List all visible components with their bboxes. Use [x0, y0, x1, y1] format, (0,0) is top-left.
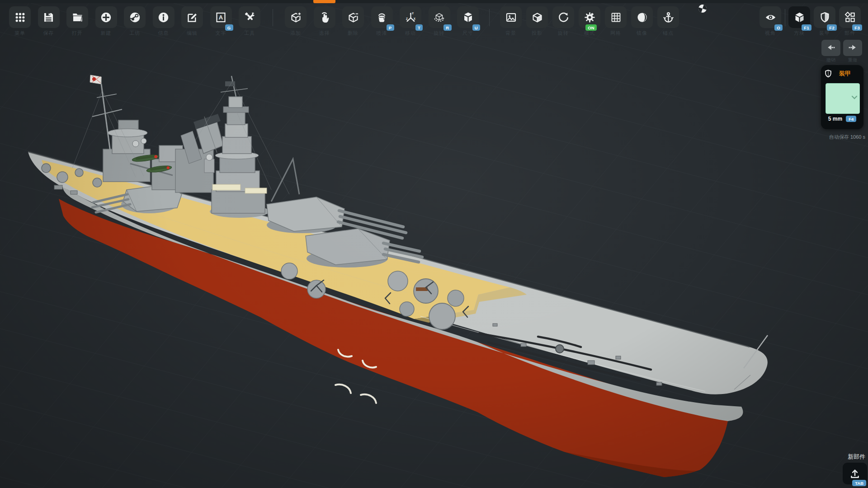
visibility-button[interactable]: O 视角 [760, 6, 781, 28]
save-button[interactable]: 保存 [38, 6, 60, 28]
projection-button[interactable]: 投影 [526, 6, 548, 28]
move-axes-icon: YZX [405, 11, 417, 23]
scale-cube-icon [462, 11, 474, 23]
paint-tool-button[interactable]: P 喷漆 [371, 6, 393, 28]
toolbar-divider [489, 9, 490, 26]
rotate-view-icon [557, 11, 570, 23]
armor-mode-button[interactable]: F2 装甲 [814, 6, 835, 28]
select-tool-button[interactable]: 选择 [314, 6, 335, 28]
add-block-button[interactable]: 添加 [285, 6, 307, 28]
on-badge: ON [585, 24, 597, 31]
mode-button[interactable]: ON 模式 [579, 6, 600, 28]
tab-badge: TAB [852, 480, 866, 486]
upload-arrow-icon [849, 468, 861, 479]
armor-thickness-value: 5 mm [828, 116, 842, 122]
app-window: 菜单 保存 打开 新建 工坊 信息 [0, 0, 868, 488]
mirror-icon [636, 11, 648, 23]
plus-circle-icon [100, 11, 112, 23]
toolbar-divider [273, 9, 273, 26]
new-button[interactable]: 新建 [95, 6, 117, 28]
chevron-down-icon [851, 95, 858, 100]
background-image-icon [505, 11, 517, 23]
naval-flag [90, 75, 101, 84]
background-button[interactable]: 背景 [500, 6, 522, 28]
move-tool-button[interactable]: YZX T 移动 [400, 6, 421, 28]
eye-icon [764, 11, 777, 23]
redo-arrow-icon [848, 43, 858, 53]
rename-button[interactable]: 编辑 [181, 6, 203, 28]
remove-block-button[interactable]: 删除 [342, 6, 364, 28]
tools-icon [244, 11, 256, 23]
shortcut-badge: F4 [846, 116, 856, 122]
info-button[interactable]: 信息 [153, 6, 175, 28]
grid-icon [610, 11, 622, 23]
undo-arrow-icon [826, 43, 836, 53]
scale-tool-button[interactable]: U 尺寸 [457, 6, 479, 28]
grid-toggle-button[interactable]: 网格 [605, 6, 627, 28]
rotate-tool-button[interactable]: R 旋转 [429, 6, 450, 28]
block-mode-button[interactable]: F1 方块 [788, 6, 810, 28]
anchor-icon [662, 11, 675, 23]
blocks-icon [844, 11, 856, 23]
svg-text:X: X [413, 17, 415, 20]
steam-icon [129, 11, 141, 23]
anchor-button[interactable]: 锚点 [657, 6, 679, 28]
active-tool-indicator [313, 0, 335, 3]
rotate-cube-icon [433, 11, 445, 23]
shortcut-badge: U [472, 24, 480, 31]
edit-icon [186, 11, 198, 23]
info-icon [157, 11, 170, 23]
folder-open-icon [71, 11, 84, 23]
center-of-mass-icon [698, 4, 707, 13]
shortcut-badge: R [443, 24, 451, 31]
gear-icon [584, 11, 596, 23]
menu-button[interactable]: 菜单 [9, 6, 31, 28]
hand-select-icon [318, 11, 330, 23]
shortcut-badge: F1 [802, 24, 811, 31]
rotate-view-button[interactable]: 旋转 [552, 6, 574, 28]
shortcut-badge: O [774, 24, 783, 31]
shield-icon [824, 69, 833, 79]
paint-bucket-icon [376, 11, 388, 23]
shortcut-badge: P [387, 24, 394, 31]
workshop-button[interactable]: 工坊 [124, 6, 146, 28]
save-icon [42, 11, 55, 23]
toolbar-divider [785, 9, 785, 26]
shortcut-badge: T [415, 24, 423, 31]
cube-solid-icon [793, 11, 806, 23]
autosave-status: 自动保存 1060 s [829, 134, 865, 141]
viewport-3d[interactable] [0, 0, 868, 488]
svg-text:A: A [219, 14, 223, 21]
undo-button[interactable] [821, 40, 840, 56]
shortcut-badge: F2 [827, 24, 837, 31]
mirror-button[interactable]: 镜像 [631, 6, 653, 28]
shortcut-badge: G [225, 24, 233, 31]
cube-remove-icon [347, 11, 359, 23]
shield-icon [819, 11, 831, 23]
parts-mode-button[interactable]: F3 部件 [839, 6, 861, 28]
grid-menu-icon [14, 11, 26, 23]
undo-label: 撤销 [821, 57, 840, 63]
svg-text:Z: Z [406, 17, 407, 20]
projection-cube-icon [531, 11, 543, 23]
window-top-edge [0, 0, 868, 3]
cube-add-icon [290, 11, 302, 23]
new-part-button[interactable]: TAB [843, 463, 867, 484]
armor-panel: 装甲 5 mm F4 [821, 65, 863, 129]
text-frame-icon: A [215, 11, 227, 23]
armor-color-dropdown[interactable] [826, 83, 860, 114]
svg-text:Y: Y [411, 12, 414, 15]
text-button[interactable]: A G 文字 [210, 6, 232, 28]
new-part-label: 新部件 [848, 453, 865, 461]
redo-label: 重做 [843, 57, 862, 63]
shortcut-badge: F3 [852, 24, 862, 31]
redo-button[interactable] [843, 40, 862, 56]
advanced-tools-button[interactable]: 工具 [239, 6, 260, 28]
open-button[interactable]: 打开 [66, 6, 88, 28]
armor-panel-title: 装甲 [839, 70, 851, 78]
